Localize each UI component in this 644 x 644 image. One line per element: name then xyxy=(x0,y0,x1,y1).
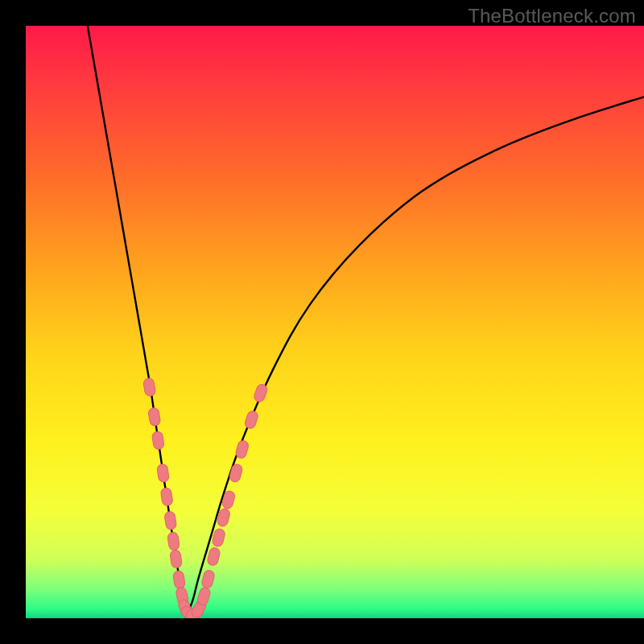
plot-area xyxy=(26,26,644,618)
background-gradient xyxy=(26,26,644,618)
svg-rect-0 xyxy=(26,26,644,618)
chart-frame: TheBottleneck.com xyxy=(0,0,644,644)
watermark-text: TheBottleneck.com xyxy=(468,5,636,27)
